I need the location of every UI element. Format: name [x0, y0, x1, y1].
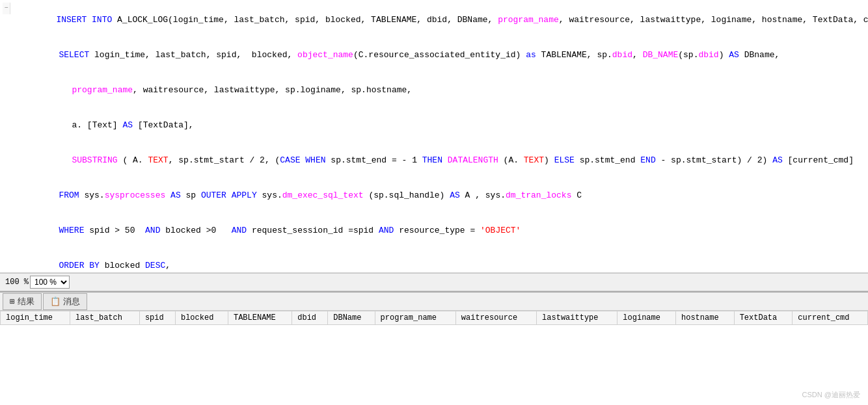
- tab-results[interactable]: ⊞ 结果: [3, 293, 42, 310]
- tab-messages[interactable]: 📋 消息: [43, 293, 87, 310]
- results-area: login_time last_batch spid blocked TABLE…: [0, 311, 868, 325]
- col-blocked: blocked: [175, 311, 228, 325]
- col-program-name-2: program_name: [72, 85, 133, 95]
- col-spid: spid: [139, 311, 175, 325]
- keyword-select: SELECT: [59, 50, 94, 60]
- zoom-value: 100 %: [5, 278, 29, 287]
- fn-dm-exec-sql-text: dm_exec_sql_text: [282, 190, 364, 200]
- keyword-from: FROM: [59, 190, 84, 200]
- keyword-text: TEXT: [148, 155, 168, 165]
- col-dbname: DBName: [328, 311, 375, 325]
- code-line-8: ORDER BY blocked DESC,: [0, 248, 868, 273]
- code-line-4: a. [Text] AS [TextData],: [0, 108, 868, 143]
- fn-dm-tran-locks: dm_tran_locks: [506, 190, 571, 200]
- col-textdata: TextData: [734, 311, 793, 325]
- col-current-cmd: current_cmd: [793, 311, 868, 325]
- zoom-dropdown[interactable]: 100 % 75 % 125 % 150 %: [30, 276, 70, 289]
- fn-sysprocesses: sysprocesses: [105, 190, 166, 200]
- col-waitresource: waitresource: [455, 311, 536, 325]
- results-header: login_time last_batch spid blocked TABLE…: [1, 311, 868, 325]
- results-tab-label: 结果: [18, 296, 34, 307]
- code-container: − INSERT INTO A_LOCK_LOG(login_time, las…: [0, 0, 868, 273]
- results-grid: login_time last_batch spid blocked TABLE…: [0, 311, 868, 325]
- zoom-level: 100 % 100 % 75 % 125 % 150 %: [5, 276, 70, 289]
- results-tab-icon: ⊞: [10, 296, 15, 307]
- keyword-order-by: ORDER BY: [59, 261, 104, 270]
- fn-object-name: object_name: [297, 50, 353, 60]
- col-loginame: loginame: [617, 311, 676, 325]
- col-hostname: hostname: [676, 311, 735, 325]
- col-program-name-header: program_name: [375, 311, 455, 325]
- fn-datalength: DATALENGTH: [448, 155, 498, 165]
- collapse-icon-1[interactable]: −: [3, 3, 10, 14]
- string-object: 'OBJECT': [480, 226, 521, 235]
- col-last-batch: last_batch: [70, 311, 139, 325]
- status-bar: 100 % 100 % 75 % 125 % 150 %: [0, 273, 868, 291]
- watermark: CSDN @迪丽热爱: [802, 390, 860, 400]
- code-line-1: − INSERT INTO A_LOCK_LOG(login_time, las…: [0, 3, 868, 38]
- code-line-5: SUBSTRING ( A. TEXT, sp.stmt_start / 2, …: [0, 143, 868, 178]
- fn-substring: SUBSTRING: [72, 155, 117, 165]
- fn-db-name-1: DB_NAME: [643, 50, 679, 60]
- col-dbid: dbid: [292, 311, 328, 325]
- editor-area: − INSERT INTO A_LOCK_LOG(login_time, las…: [0, 0, 868, 273]
- keyword-insert: INSERT INTO: [56, 15, 117, 25]
- bottom-section: ⊞ 结果 📋 消息 login_time last_batch spid blo…: [0, 291, 868, 405]
- code-line-3: program_name, waitresource, lastwaittype…: [0, 73, 868, 108]
- col-tablename: TABLENAME: [228, 311, 292, 325]
- table-name-lock-log: A_LOCK_LOG: [117, 15, 168, 25]
- col-login-time: login_time: [1, 311, 70, 325]
- col-lastwaittype: lastwaittype: [537, 311, 617, 325]
- tabs-bar: ⊞ 结果 📋 消息: [0, 293, 868, 311]
- code-line-6: FROM sys.sysprocesses AS sp OUTER APPLY …: [0, 178, 868, 213]
- results-header-row: login_time last_batch spid blocked TABLE…: [1, 311, 868, 325]
- keyword-where: WHERE: [59, 226, 89, 235]
- code-line-7: WHERE spid > 50 AND blocked >0 AND reque…: [0, 213, 868, 248]
- code-line-2: SELECT login_time, last_batch, spid, blo…: [0, 38, 868, 73]
- messages-tab-label: 消息: [63, 296, 80, 307]
- col-program-name: program_name: [498, 15, 559, 25]
- messages-tab-icon: 📋: [50, 296, 61, 307]
